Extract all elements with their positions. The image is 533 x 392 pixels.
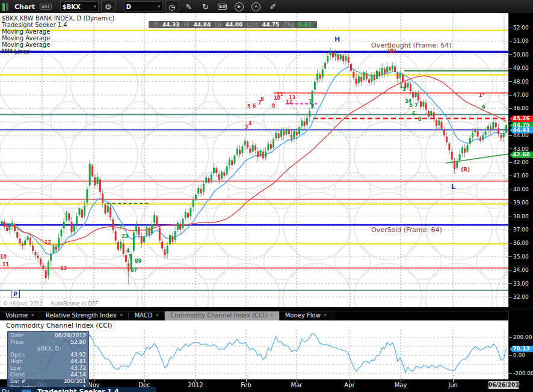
cci-title: Commodity Channel Index (CCI) bbox=[6, 322, 112, 329]
data-window-row: Close44.14 bbox=[10, 372, 86, 378]
price-axis-tick bbox=[509, 95, 512, 96]
month-tick bbox=[350, 379, 350, 382]
autoframe-status-text: AutoFrame is OFF bbox=[51, 301, 98, 307]
price-axis-tick bbox=[509, 176, 512, 176]
price-tag: 45.26 bbox=[510, 115, 533, 122]
window-activity-indicator bbox=[2, 3, 8, 11]
cci-axis-label: 200.00 bbox=[513, 334, 532, 340]
close-icon[interactable]: × bbox=[120, 313, 123, 317]
high-label: Hi bbox=[184, 22, 189, 28]
legend-symbol: $BKX,KBW BANK INDEX, D (Dynamic) bbox=[2, 15, 114, 22]
tab-macd[interactable]: MACD× bbox=[129, 311, 165, 321]
esignal-watermark bbox=[0, 51, 508, 307]
low-marker: L bbox=[451, 183, 455, 190]
data-window-row: Bar #300/301 bbox=[10, 378, 86, 385]
tab-volume[interactable]: Volume× bbox=[0, 311, 40, 321]
price-axis-label: 38.00 bbox=[513, 213, 529, 219]
cci-value-tag: 70.13 bbox=[510, 346, 533, 352]
legend-study: Moving Average bbox=[2, 41, 114, 48]
open-value: 44.33 bbox=[162, 22, 179, 28]
indicator-tab-bar: Volume×Relative Strength Index×MACD×Comm… bbox=[0, 311, 533, 321]
month-tick bbox=[297, 379, 297, 382]
seeker-count-label: 6 bbox=[253, 104, 256, 109]
seeker-count-label: 5 bbox=[247, 105, 251, 109]
status-mode-text: Dy bbox=[2, 388, 9, 392]
seeker-count-label: 8 bbox=[260, 97, 264, 102]
data-window-row: Low43.72 bbox=[10, 365, 86, 372]
tab-commodity-channel-index-cci[interactable]: Commodity Channel Index (CCI)× bbox=[165, 311, 279, 321]
interval-clock-icon[interactable]: ◷ bbox=[165, 1, 179, 13]
seeker-count-label: 13 bbox=[60, 266, 67, 271]
symbol-input[interactable]: $BKX▾ bbox=[60, 1, 99, 12]
price-axis-tick bbox=[509, 108, 512, 109]
tab-relative-strength-index[interactable]: Relative Strength Index× bbox=[40, 311, 129, 321]
seeker-count-label: 6 bbox=[412, 112, 416, 117]
legend-study: Tradesight Seeker 1.4 bbox=[2, 22, 114, 28]
month-label: Jun bbox=[448, 382, 458, 388]
cci-axis[interactable]: 200.000.00-200.0070.13 bbox=[508, 311, 533, 379]
resistance-marker: (R) bbox=[461, 167, 470, 173]
price-tag: 42.60 bbox=[510, 152, 533, 158]
last-label: Last bbox=[247, 22, 258, 28]
seeker-count-label: 8 bbox=[418, 117, 422, 122]
close-icon[interactable]: × bbox=[270, 313, 274, 317]
price-axis-label: 52.00 bbox=[513, 25, 529, 31]
price-axis-label: 46.00 bbox=[513, 105, 529, 111]
oversold-label: OverSold (Frame: 64) bbox=[371, 227, 442, 233]
price-axis-label: 51.00 bbox=[513, 38, 529, 44]
month-label: Mar bbox=[291, 382, 303, 388]
price-axis-tick bbox=[509, 283, 512, 284]
main-chart-panel: $BKX,KBW BANK INDEX, D (Dynamic) Tradesi… bbox=[0, 13, 533, 307]
low-value: 44.00 bbox=[226, 22, 242, 28]
cci-axis-tick bbox=[509, 355, 512, 356]
draw-pencil-icon[interactable]: ✎ bbox=[182, 1, 196, 13]
close-icon[interactable]: × bbox=[324, 313, 327, 317]
reload-icon[interactable]: ↻ bbox=[199, 1, 213, 13]
open-label: O bbox=[154, 22, 158, 28]
last-value: 44.75 bbox=[262, 22, 279, 28]
price-axis-label: 35.00 bbox=[513, 254, 529, 260]
price-axis-label: 41.00 bbox=[513, 173, 529, 179]
month-tick bbox=[94, 379, 94, 382]
price-axis-label: 39.00 bbox=[513, 200, 529, 206]
tab-label: Relative Strength Index bbox=[46, 312, 116, 319]
change-label: Chg bbox=[283, 22, 294, 28]
price-axis-tick bbox=[509, 135, 512, 136]
play-icon[interactable]: ▶ bbox=[232, 1, 247, 13]
high-marker: H bbox=[334, 36, 340, 43]
current-date-box: 06/26/2012 bbox=[488, 381, 519, 389]
eraser-icon[interactable]: ✐ bbox=[266, 1, 280, 13]
tab-label: Money Flow bbox=[285, 312, 321, 319]
price-axis-label: 43.00 bbox=[513, 146, 529, 152]
window-title: Chart bbox=[14, 3, 35, 11]
cci-axis-label: 0.00 bbox=[513, 352, 525, 358]
symbol-lookup-gear-icon[interactable]: ⚙ bbox=[101, 1, 116, 13]
auto-a-icon[interactable]: A bbox=[249, 1, 263, 13]
high-value: 44.84 bbox=[194, 22, 211, 28]
data-window-overlay: Date06/26/2012Price52.80$BKX, DOpen43.92… bbox=[7, 331, 89, 392]
data-window-row: Date06/26/2012 bbox=[10, 332, 86, 339]
price-axis-tick bbox=[509, 81, 512, 82]
cci-header: Commodity Channel Index (CCI) bbox=[0, 320, 508, 330]
seeker-count-label: 1² bbox=[479, 93, 484, 98]
candlestick-chart[interactable] bbox=[0, 13, 508, 307]
interval-input[interactable]: D▾ bbox=[124, 1, 162, 12]
seeker-count-label: 12 bbox=[286, 100, 292, 105]
tab-money-flow[interactable]: Money Flow× bbox=[280, 311, 333, 321]
price-tag: 44.41 bbox=[510, 127, 533, 133]
month-tick bbox=[246, 379, 247, 382]
price-axis-label: 34.00 bbox=[513, 267, 529, 273]
legend-study: Moving Average bbox=[2, 35, 114, 41]
price-plot-area[interactable]: $BKX,KBW BANK INDEX, D (Dynamic) Tradesi… bbox=[0, 13, 508, 307]
seeker-count-label: 11 bbox=[277, 93, 283, 97]
price-axis[interactable]: 32.0033.0034.0035.0036.0037.0038.0039.00… bbox=[508, 13, 533, 307]
chart-window: Chart SB1 $BKX▾ ⚙ D▾ ◷ ✎ ↻ EQ ▶ A ✐ $BKX… bbox=[0, 0, 533, 392]
quote-eq-icon[interactable]: EQ bbox=[215, 1, 230, 13]
month-tick bbox=[401, 379, 401, 382]
legend-study: Moving Average bbox=[2, 28, 114, 35]
close-icon[interactable]: × bbox=[155, 313, 159, 317]
chevron-down-icon: ▾ bbox=[158, 4, 160, 9]
close-icon[interactable]: × bbox=[31, 313, 34, 317]
month-label: Apr bbox=[344, 382, 354, 388]
seeker-count-label: 1 bbox=[119, 225, 123, 230]
